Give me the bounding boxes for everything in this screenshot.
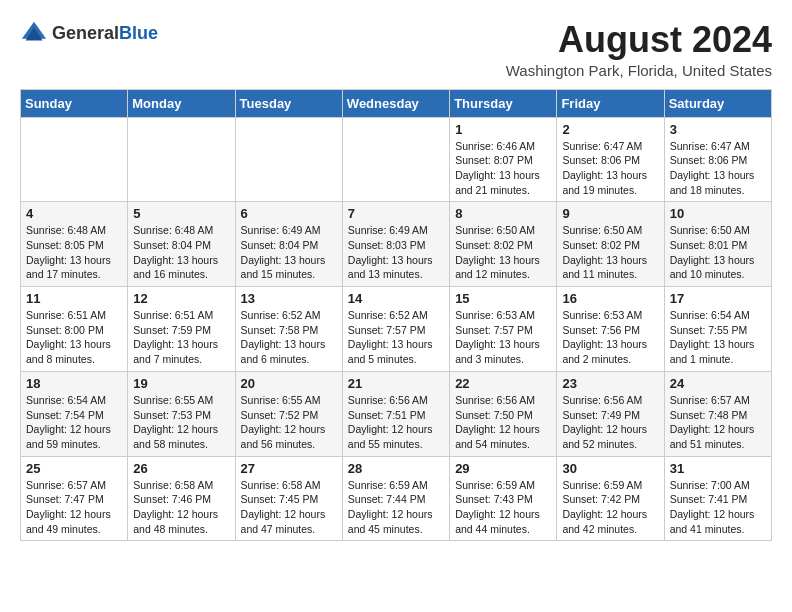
calendar-cell: 19Sunrise: 6:55 AM Sunset: 7:53 PM Dayli… <box>128 371 235 456</box>
day-number: 27 <box>241 461 337 476</box>
calendar-cell <box>128 117 235 202</box>
calendar-cell: 1Sunrise: 6:46 AM Sunset: 8:07 PM Daylig… <box>450 117 557 202</box>
header: GeneralBlue August 2024 Washington Park,… <box>20 20 772 79</box>
day-number: 19 <box>133 376 229 391</box>
calendar-table: SundayMondayTuesdayWednesdayThursdayFrid… <box>20 89 772 542</box>
calendar-cell: 17Sunrise: 6:54 AM Sunset: 7:55 PM Dayli… <box>664 287 771 372</box>
day-number: 22 <box>455 376 551 391</box>
day-number: 15 <box>455 291 551 306</box>
day-number: 14 <box>348 291 444 306</box>
calendar-cell: 25Sunrise: 6:57 AM Sunset: 7:47 PM Dayli… <box>21 456 128 541</box>
calendar-week-row: 11Sunrise: 6:51 AM Sunset: 8:00 PM Dayli… <box>21 287 772 372</box>
day-number: 11 <box>26 291 122 306</box>
calendar-week-row: 4Sunrise: 6:48 AM Sunset: 8:05 PM Daylig… <box>21 202 772 287</box>
logo: GeneralBlue <box>20 20 158 48</box>
day-info: Sunrise: 6:58 AM Sunset: 7:46 PM Dayligh… <box>133 478 229 537</box>
day-number: 4 <box>26 206 122 221</box>
calendar-cell: 22Sunrise: 6:56 AM Sunset: 7:50 PM Dayli… <box>450 371 557 456</box>
calendar-cell: 6Sunrise: 6:49 AM Sunset: 8:04 PM Daylig… <box>235 202 342 287</box>
column-header-friday: Friday <box>557 89 664 117</box>
calendar-cell: 10Sunrise: 6:50 AM Sunset: 8:01 PM Dayli… <box>664 202 771 287</box>
day-number: 5 <box>133 206 229 221</box>
day-info: Sunrise: 7:00 AM Sunset: 7:41 PM Dayligh… <box>670 478 766 537</box>
calendar-week-row: 1Sunrise: 6:46 AM Sunset: 8:07 PM Daylig… <box>21 117 772 202</box>
day-info: Sunrise: 6:49 AM Sunset: 8:04 PM Dayligh… <box>241 223 337 282</box>
column-header-thursday: Thursday <box>450 89 557 117</box>
calendar-cell: 14Sunrise: 6:52 AM Sunset: 7:57 PM Dayli… <box>342 287 449 372</box>
calendar-header-row: SundayMondayTuesdayWednesdayThursdayFrid… <box>21 89 772 117</box>
day-info: Sunrise: 6:49 AM Sunset: 8:03 PM Dayligh… <box>348 223 444 282</box>
day-info: Sunrise: 6:57 AM Sunset: 7:47 PM Dayligh… <box>26 478 122 537</box>
calendar-cell: 30Sunrise: 6:59 AM Sunset: 7:42 PM Dayli… <box>557 456 664 541</box>
day-number: 28 <box>348 461 444 476</box>
month-year: August 2024 <box>506 20 772 60</box>
day-info: Sunrise: 6:54 AM Sunset: 7:55 PM Dayligh… <box>670 308 766 367</box>
day-number: 17 <box>670 291 766 306</box>
calendar-cell: 9Sunrise: 6:50 AM Sunset: 8:02 PM Daylig… <box>557 202 664 287</box>
calendar-cell <box>235 117 342 202</box>
calendar-cell: 3Sunrise: 6:47 AM Sunset: 8:06 PM Daylig… <box>664 117 771 202</box>
day-number: 24 <box>670 376 766 391</box>
location: Washington Park, Florida, United States <box>506 62 772 79</box>
day-number: 29 <box>455 461 551 476</box>
day-info: Sunrise: 6:47 AM Sunset: 8:06 PM Dayligh… <box>670 139 766 198</box>
day-number: 26 <box>133 461 229 476</box>
title-area: August 2024 Washington Park, Florida, Un… <box>506 20 772 79</box>
day-info: Sunrise: 6:52 AM Sunset: 7:57 PM Dayligh… <box>348 308 444 367</box>
day-info: Sunrise: 6:50 AM Sunset: 8:02 PM Dayligh… <box>562 223 658 282</box>
calendar-cell: 7Sunrise: 6:49 AM Sunset: 8:03 PM Daylig… <box>342 202 449 287</box>
day-number: 3 <box>670 122 766 137</box>
day-number: 9 <box>562 206 658 221</box>
day-info: Sunrise: 6:47 AM Sunset: 8:06 PM Dayligh… <box>562 139 658 198</box>
day-info: Sunrise: 6:50 AM Sunset: 8:02 PM Dayligh… <box>455 223 551 282</box>
calendar-cell: 23Sunrise: 6:56 AM Sunset: 7:49 PM Dayli… <box>557 371 664 456</box>
column-header-tuesday: Tuesday <box>235 89 342 117</box>
day-number: 18 <box>26 376 122 391</box>
day-info: Sunrise: 6:51 AM Sunset: 8:00 PM Dayligh… <box>26 308 122 367</box>
calendar-cell: 18Sunrise: 6:54 AM Sunset: 7:54 PM Dayli… <box>21 371 128 456</box>
day-number: 20 <box>241 376 337 391</box>
calendar-cell: 28Sunrise: 6:59 AM Sunset: 7:44 PM Dayli… <box>342 456 449 541</box>
day-number: 1 <box>455 122 551 137</box>
day-info: Sunrise: 6:52 AM Sunset: 7:58 PM Dayligh… <box>241 308 337 367</box>
calendar-week-row: 25Sunrise: 6:57 AM Sunset: 7:47 PM Dayli… <box>21 456 772 541</box>
logo-blue: Blue <box>119 23 158 43</box>
day-info: Sunrise: 6:59 AM Sunset: 7:43 PM Dayligh… <box>455 478 551 537</box>
day-number: 25 <box>26 461 122 476</box>
day-info: Sunrise: 6:57 AM Sunset: 7:48 PM Dayligh… <box>670 393 766 452</box>
day-number: 30 <box>562 461 658 476</box>
day-info: Sunrise: 6:56 AM Sunset: 7:49 PM Dayligh… <box>562 393 658 452</box>
day-info: Sunrise: 6:55 AM Sunset: 7:52 PM Dayligh… <box>241 393 337 452</box>
calendar-cell: 26Sunrise: 6:58 AM Sunset: 7:46 PM Dayli… <box>128 456 235 541</box>
logo-icon <box>20 20 48 48</box>
day-number: 8 <box>455 206 551 221</box>
calendar-cell <box>342 117 449 202</box>
day-info: Sunrise: 6:59 AM Sunset: 7:42 PM Dayligh… <box>562 478 658 537</box>
calendar-cell: 16Sunrise: 6:53 AM Sunset: 7:56 PM Dayli… <box>557 287 664 372</box>
day-number: 13 <box>241 291 337 306</box>
day-number: 2 <box>562 122 658 137</box>
calendar-cell: 4Sunrise: 6:48 AM Sunset: 8:05 PM Daylig… <box>21 202 128 287</box>
day-info: Sunrise: 6:48 AM Sunset: 8:04 PM Dayligh… <box>133 223 229 282</box>
day-info: Sunrise: 6:59 AM Sunset: 7:44 PM Dayligh… <box>348 478 444 537</box>
day-info: Sunrise: 6:46 AM Sunset: 8:07 PM Dayligh… <box>455 139 551 198</box>
day-number: 16 <box>562 291 658 306</box>
calendar-week-row: 18Sunrise: 6:54 AM Sunset: 7:54 PM Dayli… <box>21 371 772 456</box>
calendar-cell: 21Sunrise: 6:56 AM Sunset: 7:51 PM Dayli… <box>342 371 449 456</box>
calendar-cell: 15Sunrise: 6:53 AM Sunset: 7:57 PM Dayli… <box>450 287 557 372</box>
day-info: Sunrise: 6:50 AM Sunset: 8:01 PM Dayligh… <box>670 223 766 282</box>
day-info: Sunrise: 6:51 AM Sunset: 7:59 PM Dayligh… <box>133 308 229 367</box>
day-info: Sunrise: 6:55 AM Sunset: 7:53 PM Dayligh… <box>133 393 229 452</box>
day-number: 21 <box>348 376 444 391</box>
day-number: 10 <box>670 206 766 221</box>
day-number: 12 <box>133 291 229 306</box>
day-number: 31 <box>670 461 766 476</box>
day-info: Sunrise: 6:54 AM Sunset: 7:54 PM Dayligh… <box>26 393 122 452</box>
calendar-cell: 29Sunrise: 6:59 AM Sunset: 7:43 PM Dayli… <box>450 456 557 541</box>
calendar-cell: 12Sunrise: 6:51 AM Sunset: 7:59 PM Dayli… <box>128 287 235 372</box>
column-header-sunday: Sunday <box>21 89 128 117</box>
column-header-wednesday: Wednesday <box>342 89 449 117</box>
calendar-cell: 11Sunrise: 6:51 AM Sunset: 8:00 PM Dayli… <box>21 287 128 372</box>
day-info: Sunrise: 6:53 AM Sunset: 7:57 PM Dayligh… <box>455 308 551 367</box>
column-header-monday: Monday <box>128 89 235 117</box>
